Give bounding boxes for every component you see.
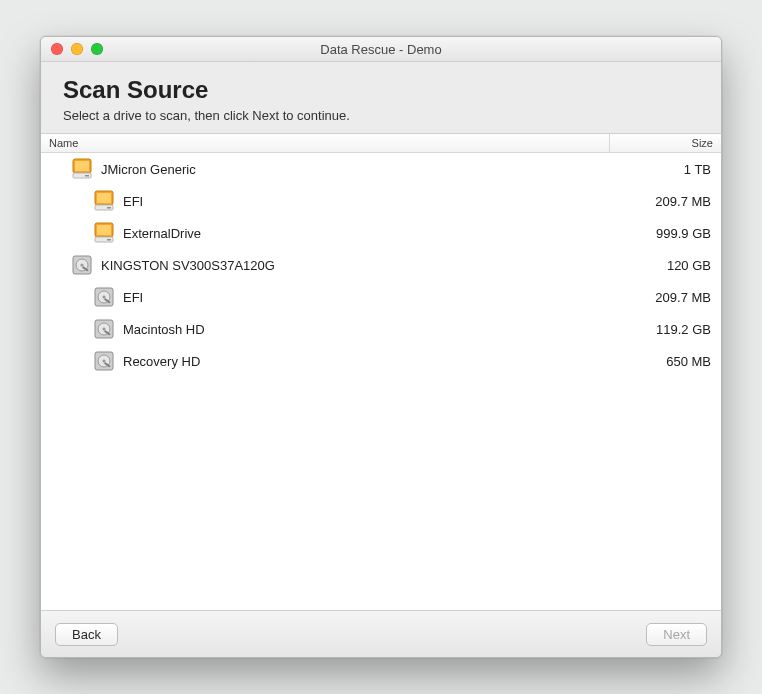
row-name-cell: EFI xyxy=(41,285,616,309)
row-name: EFI xyxy=(123,194,143,209)
svg-rect-1 xyxy=(75,161,89,171)
row-name: EFI xyxy=(123,290,143,305)
table-row[interactable]: JMicron Generic1 TB xyxy=(41,153,721,185)
row-size: 1 TB xyxy=(616,162,711,177)
internal-volume-icon xyxy=(91,317,117,341)
row-name: JMicron Generic xyxy=(101,162,196,177)
external-volume-icon xyxy=(91,189,117,213)
window-zoom-button[interactable] xyxy=(91,43,103,55)
titlebar: Data Rescue - Demo xyxy=(41,37,721,62)
drive-table: Name Size JMicron Generic1 TBEFI209.7 MB… xyxy=(41,133,721,610)
window-close-button[interactable] xyxy=(51,43,63,55)
table-row[interactable]: ExternalDrive999.9 GB xyxy=(41,217,721,249)
row-name: Recovery HD xyxy=(123,354,200,369)
row-size: 209.7 MB xyxy=(616,290,711,305)
internal-volume-icon xyxy=(91,285,117,309)
row-name-cell: Recovery HD xyxy=(41,349,616,373)
table-row[interactable]: Macintosh HD119.2 GB xyxy=(41,313,721,345)
table-row[interactable]: Recovery HD650 MB xyxy=(41,345,721,377)
svg-rect-5 xyxy=(97,193,111,203)
row-name-cell: EFI xyxy=(41,189,616,213)
svg-point-14 xyxy=(80,263,83,266)
table-body[interactable]: JMicron Generic1 TBEFI209.7 MBExternalDr… xyxy=(41,153,721,610)
window-title: Data Rescue - Demo xyxy=(41,42,721,57)
row-name-cell: KINGSTON SV300S37A120G xyxy=(41,253,616,277)
row-size: 999.9 GB xyxy=(616,226,711,241)
row-size: 209.7 MB xyxy=(616,194,711,209)
svg-point-26 xyxy=(102,359,105,362)
table-header: Name Size xyxy=(41,134,721,153)
svg-rect-3 xyxy=(85,175,89,177)
svg-rect-11 xyxy=(107,239,111,241)
internal-volume-icon xyxy=(91,349,117,373)
footer: Back Next xyxy=(41,610,721,657)
page-title: Scan Source xyxy=(63,76,699,104)
row-name-cell: JMicron Generic xyxy=(41,157,616,181)
window-minimize-button[interactable] xyxy=(71,43,83,55)
page-header: Scan Source Select a drive to scan, then… xyxy=(41,62,721,133)
row-name-cell: ExternalDrive xyxy=(41,221,616,245)
page-subtitle: Select a drive to scan, then click Next … xyxy=(63,108,699,123)
row-name: Macintosh HD xyxy=(123,322,205,337)
next-button[interactable]: Next xyxy=(646,623,707,646)
row-name: ExternalDrive xyxy=(123,226,201,241)
svg-rect-9 xyxy=(97,225,111,235)
svg-point-18 xyxy=(102,295,105,298)
row-size: 120 GB xyxy=(616,258,711,273)
table-row[interactable]: EFI209.7 MB xyxy=(41,185,721,217)
table-row[interactable]: EFI209.7 MB xyxy=(41,281,721,313)
svg-point-22 xyxy=(102,327,105,330)
external-drive-icon xyxy=(69,157,95,181)
table-row[interactable]: KINGSTON SV300S37A120G120 GB xyxy=(41,249,721,281)
external-volume-icon xyxy=(91,221,117,245)
row-size: 119.2 GB xyxy=(616,322,711,337)
column-header-size[interactable]: Size xyxy=(610,134,721,152)
row-name: KINGSTON SV300S37A120G xyxy=(101,258,275,273)
row-size: 650 MB xyxy=(616,354,711,369)
column-header-name[interactable]: Name xyxy=(41,134,610,152)
svg-rect-7 xyxy=(107,207,111,209)
back-button[interactable]: Back xyxy=(55,623,118,646)
internal-drive-icon xyxy=(69,253,95,277)
app-window: Data Rescue - Demo Scan Source Select a … xyxy=(40,36,722,658)
row-name-cell: Macintosh HD xyxy=(41,317,616,341)
